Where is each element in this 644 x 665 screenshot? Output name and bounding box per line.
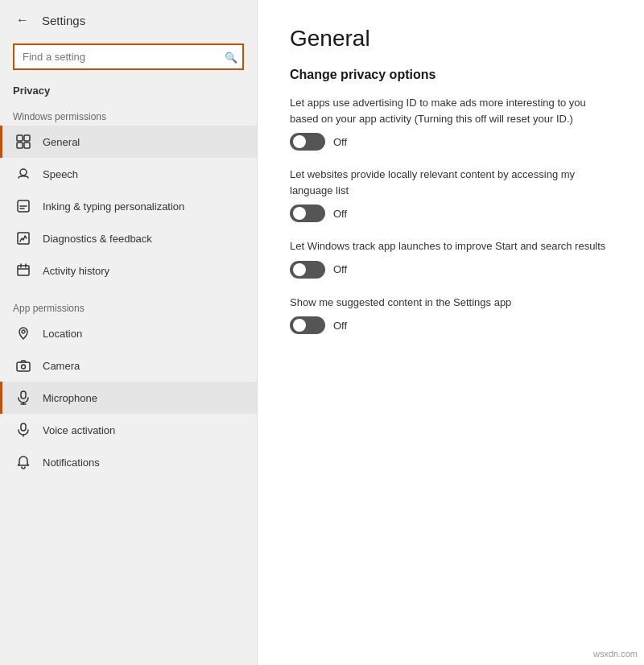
microphone-label: Microphone: [43, 392, 97, 404]
advertising-toggle-row: Off: [290, 133, 612, 151]
sidebar-item-notifications[interactable]: Notifications: [0, 446, 257, 478]
language-desc: Let websites provide locally relevant co…: [290, 167, 612, 198]
svg-rect-9: [17, 362, 30, 371]
suggested-desc: Show me suggested content in the Setting…: [290, 295, 612, 311]
svg-rect-14: [21, 423, 26, 431]
sidebar-item-diagnostics[interactable]: Diagnostics & feedback: [0, 222, 257, 254]
sidebar-item-inking[interactable]: Inking & typing personalization: [0, 190, 257, 222]
location-label: Location: [43, 328, 82, 340]
section-heading: Change privacy options: [290, 68, 612, 82]
search-icon-button[interactable]: 🔍: [225, 51, 237, 63]
suggested-toggle-row: Off: [290, 316, 612, 334]
svg-rect-11: [21, 391, 26, 399]
page-title: General: [290, 26, 612, 52]
general-icon: [15, 134, 31, 150]
general-label: General: [43, 136, 80, 148]
watermark: wsxdn.com: [593, 649, 638, 659]
svg-point-10: [22, 365, 26, 369]
launches-desc: Let Windows track app launches to improv…: [290, 238, 612, 254]
search-input[interactable]: [13, 43, 244, 70]
language-toggle[interactable]: [290, 204, 325, 222]
language-state: Off: [333, 208, 347, 220]
search-box: 🔍: [13, 43, 244, 70]
sidebar-title: Settings: [42, 14, 85, 27]
svg-rect-2: [17, 142, 23, 148]
speech-icon: [15, 166, 31, 182]
setting-suggested: Show me suggested content in the Setting…: [290, 295, 612, 335]
speech-label: Speech: [43, 168, 78, 180]
sidebar-item-speech[interactable]: Speech: [0, 158, 257, 190]
sidebar-item-activity[interactable]: Activity history: [0, 254, 257, 287]
launches-toggle-row: Off: [290, 261, 612, 279]
suggested-state: Off: [333, 320, 347, 332]
diagnostics-icon: [15, 230, 31, 246]
launches-toggle[interactable]: [290, 261, 325, 279]
svg-point-4: [20, 169, 27, 176]
advertising-desc: Let apps use advertising ID to make ads …: [290, 95, 612, 126]
main-content: General Change privacy options Let apps …: [258, 0, 644, 665]
setting-advertising: Let apps use advertising ID to make ads …: [290, 95, 612, 151]
notifications-icon: [15, 454, 31, 470]
microphone-icon: [15, 390, 31, 406]
setting-launches: Let Windows track app launches to improv…: [290, 238, 612, 279]
privacy-label: Privacy: [0, 80, 257, 105]
camera-icon: [15, 357, 31, 374]
svg-rect-7: [18, 266, 29, 275]
svg-rect-1: [24, 135, 30, 141]
sidebar-item-general[interactable]: General: [0, 126, 257, 158]
svg-rect-0: [17, 135, 23, 141]
setting-language: Let websites provide locally relevant co…: [290, 167, 612, 222]
voice-activation-icon: [15, 422, 31, 438]
sidebar-item-location[interactable]: Location: [0, 317, 257, 349]
activity-label: Activity history: [43, 265, 109, 277]
advertising-state: Off: [333, 136, 347, 148]
back-button[interactable]: ←: [13, 10, 32, 31]
suggested-toggle[interactable]: [290, 316, 325, 334]
svg-rect-3: [24, 142, 30, 148]
diagnostics-label: Diagnostics & feedback: [43, 233, 152, 245]
sidebar-header: ← Settings: [0, 0, 257, 40]
inking-label: Inking & typing personalization: [43, 200, 184, 213]
sidebar: ← Settings 🔍 Privacy Windows permissions…: [0, 0, 258, 665]
app-permissions-label: App permissions: [0, 296, 257, 317]
notifications-label: Notifications: [43, 456, 100, 469]
advertising-toggle[interactable]: [290, 133, 325, 151]
voice-label: Voice activation: [43, 424, 115, 436]
sidebar-item-voice[interactable]: Voice activation: [0, 414, 257, 446]
language-toggle-row: Off: [290, 204, 612, 222]
activity-icon: [15, 262, 31, 279]
windows-permissions-label: Windows permissions: [0, 105, 257, 126]
location-icon: [15, 325, 31, 341]
sidebar-item-camera[interactable]: Camera: [0, 349, 257, 382]
svg-point-8: [22, 330, 25, 333]
sidebar-item-microphone[interactable]: Microphone: [0, 382, 257, 414]
inking-icon: [15, 198, 31, 214]
camera-label: Camera: [43, 360, 80, 372]
launches-state: Off: [333, 263, 347, 275]
